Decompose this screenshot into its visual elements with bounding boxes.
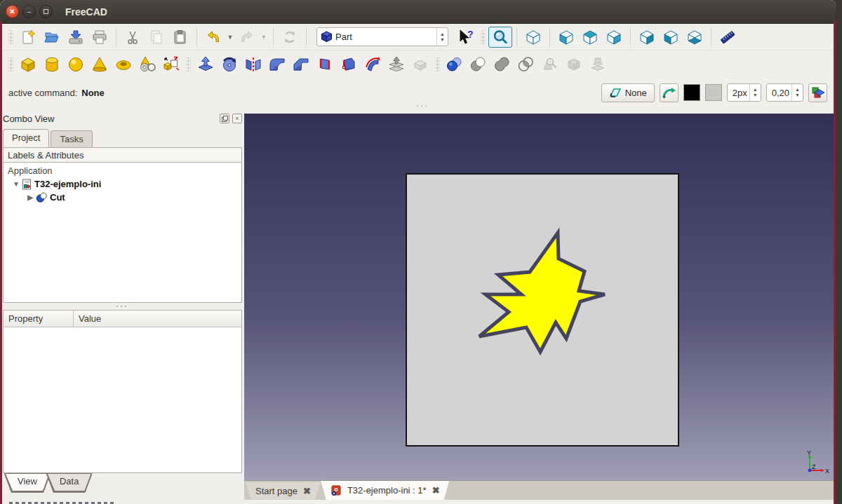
close-tab-icon[interactable]: ✖: [303, 486, 311, 496]
part-offset-button[interactable]: [408, 54, 432, 75]
working-plane-button[interactable]: None: [601, 83, 655, 102]
redo-button[interactable]: [235, 27, 259, 48]
float-panel-icon[interactable]: [220, 114, 229, 123]
part-extrude-button[interactable]: [194, 54, 218, 75]
expander-open-icon[interactable]: ▼: [12, 180, 20, 188]
part-ruled-surface-button[interactable]: [313, 54, 337, 75]
workbench-selector[interactable]: Part ▲▼: [316, 27, 448, 46]
top-view-button[interactable]: [578, 27, 602, 48]
panel-splitter[interactable]: [3, 303, 242, 310]
copy-button[interactable]: [145, 27, 168, 48]
line-color-swatch[interactable]: [683, 84, 700, 101]
part-cut-button[interactable]: [467, 54, 490, 75]
open-document-button[interactable]: [40, 27, 64, 48]
axonometric-view-button[interactable]: [521, 27, 545, 48]
boolean-intersection-icon: [517, 55, 535, 74]
value-column-header[interactable]: Value: [74, 311, 241, 327]
base-plane[interactable]: [406, 173, 679, 447]
toolbar-grip[interactable]: [186, 57, 191, 71]
tree-item-document[interactable]: ▼ T32-ejemplo-ini: [4, 177, 241, 191]
minimize-window-button[interactable]: –: [22, 5, 36, 18]
paste-button[interactable]: [168, 27, 192, 48]
part-thickness-button[interactable]: [586, 54, 610, 75]
title-bar[interactable]: ✕ – FreeCAD: [0, 0, 836, 24]
part-union-button[interactable]: [490, 54, 514, 75]
part-cylinder-button[interactable]: [40, 54, 64, 75]
tab-data[interactable]: Data: [46, 473, 92, 492]
part-cross-sections-button[interactable]: [385, 54, 408, 75]
part-sphere-button[interactable]: [64, 54, 88, 75]
save-document-button[interactable]: [64, 27, 88, 48]
line-width-spinbox[interactable]: 2px ▲▼: [727, 83, 761, 102]
part-sweep-button[interactable]: [361, 54, 385, 75]
new-document-button[interactable]: [16, 27, 40, 48]
toolbar-grip[interactable]: [435, 57, 440, 71]
redo-history-dropdown[interactable]: ▼: [259, 27, 269, 48]
right-view-button[interactable]: [602, 27, 626, 48]
part-loft-button[interactable]: [337, 54, 361, 75]
text-size-spinbox[interactable]: 0,20 ▲▼: [766, 83, 803, 102]
tab-view[interactable]: View: [4, 473, 51, 492]
measure-distance-button[interactable]: [716, 27, 740, 48]
print-button[interactable]: [88, 27, 112, 48]
part-fillet-button[interactable]: [265, 54, 289, 75]
part-revolve-button[interactable]: [218, 54, 241, 75]
tree-item-application[interactable]: Application: [4, 164, 241, 177]
part-intersection-button[interactable]: [514, 54, 538, 75]
toolbar-grip[interactable]: [8, 30, 13, 44]
part-toolbar: [0, 50, 836, 79]
model-tree[interactable]: Application ▼ T32-ejemplo-ini ▶ Cut: [3, 163, 242, 303]
close-panel-icon[interactable]: ×: [232, 114, 242, 123]
apply-style-button[interactable]: [808, 83, 827, 102]
tab-project[interactable]: Project: [3, 129, 49, 147]
tab-start-page[interactable]: Start page ✖: [246, 482, 321, 500]
part-mirror-button[interactable]: [241, 54, 265, 75]
rear-view-icon: [639, 29, 655, 46]
part-cone-button[interactable]: [88, 54, 112, 75]
face-color-swatch[interactable]: [705, 84, 722, 101]
part-check-geometry-button[interactable]: [538, 54, 562, 75]
part-torus-button[interactable]: [112, 54, 135, 75]
part-chamfer-button[interactable]: [289, 54, 313, 75]
front-view-button[interactable]: [554, 27, 578, 48]
part-primitives-button[interactable]: [135, 54, 159, 75]
tree-item-cut[interactable]: ▶ Cut: [4, 191, 241, 204]
toolbar-grip[interactable]: [481, 30, 486, 44]
bottom-view-button[interactable]: [683, 27, 707, 48]
offset-icon: [411, 55, 429, 74]
defeaturing-icon: [565, 55, 583, 74]
part-box-button[interactable]: [16, 54, 40, 75]
whats-this-button[interactable]: ?: [454, 27, 478, 48]
splitter-handle[interactable]: [415, 103, 428, 109]
fit-all-button[interactable]: [488, 27, 512, 48]
refresh-button[interactable]: [278, 27, 302, 48]
maximize-window-button[interactable]: [39, 5, 53, 18]
property-column-header[interactable]: Property: [4, 311, 74, 327]
cut-shape[interactable]: [406, 173, 679, 447]
rear-view-button[interactable]: [635, 27, 659, 48]
sphere-icon: [67, 55, 85, 74]
cut-button[interactable]: [121, 27, 145, 48]
property-editor-body[interactable]: [4, 327, 241, 472]
close-window-button[interactable]: ✕: [6, 5, 19, 18]
left-view-button[interactable]: [659, 27, 683, 48]
3d-viewport[interactable]: Y Z X: [244, 114, 834, 480]
undo-button[interactable]: [201, 27, 225, 48]
text-size-arrows[interactable]: ▲▼: [791, 84, 803, 101]
window-title: FreeCAD: [65, 6, 107, 18]
part-defeaturing-button[interactable]: [562, 54, 586, 75]
apply-style-icon: [811, 86, 825, 100]
construction-mode-button[interactable]: [660, 83, 679, 102]
part-shape-builder-button[interactable]: [159, 54, 183, 75]
toolbar-grip[interactable]: [8, 57, 13, 71]
line-width-arrows[interactable]: ▲▼: [749, 84, 761, 101]
expander-closed-icon[interactable]: ▶: [26, 193, 34, 201]
workbench-selector-arrows[interactable]: ▲▼: [436, 28, 448, 46]
part-boolean-button[interactable]: [443, 54, 467, 75]
main-toolbar: ▼ ▼ Part ▲▼ ?: [0, 24, 836, 50]
close-tab-icon[interactable]: ✖: [432, 485, 440, 496]
undo-history-dropdown[interactable]: ▼: [225, 27, 235, 48]
working-plane-value: None: [625, 88, 647, 98]
tab-document[interactable]: T32-ejemplo-ini : 1* ✖: [321, 480, 450, 500]
tab-tasks[interactable]: Tasks: [51, 130, 92, 147]
